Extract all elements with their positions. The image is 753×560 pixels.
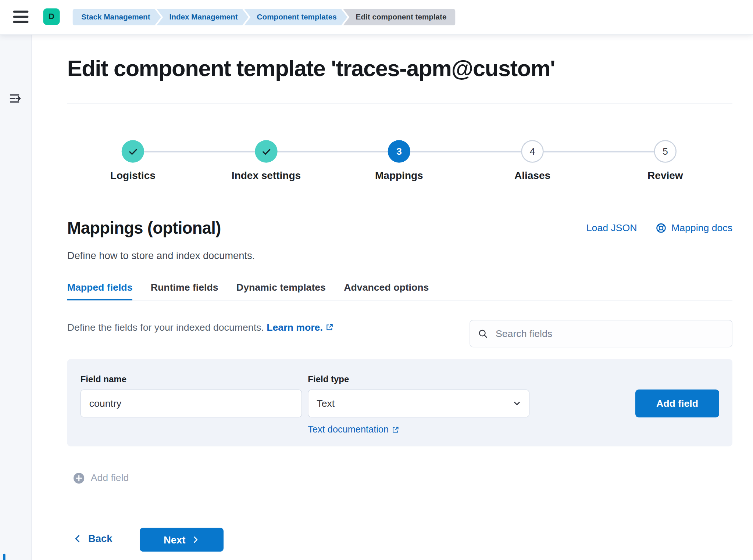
- step-label-review: Review: [611, 169, 719, 181]
- tab-mapped-fields[interactable]: Mapped fields: [67, 281, 133, 300]
- top-header: D Stack Management Index Management Comp…: [0, 0, 753, 34]
- step-circle-aliases[interactable]: 4: [521, 140, 543, 162]
- add-field-panel: Field name Field type Text Text document…: [67, 359, 732, 446]
- mappings-heading: Mappings (optional): [67, 219, 221, 238]
- menu-button[interactable]: [13, 10, 29, 24]
- step-label-aliases: Aliases: [478, 169, 586, 181]
- mappings-header-links: Load JSON Mapping docs: [586, 222, 732, 234]
- step-circle-review[interactable]: 5: [654, 140, 677, 162]
- learn-more-label: Learn more.: [267, 322, 323, 333]
- page-title: Edit component template 'traces-apm@cust…: [67, 55, 555, 81]
- deployment-badge[interactable]: D: [43, 8, 60, 25]
- tab-dynamic-templates[interactable]: Dynamic templates: [236, 281, 326, 300]
- deployment-badge-letter: D: [49, 12, 54, 22]
- app-root: D Stack Management Index Management Comp…: [0, 0, 753, 560]
- breadcrumb-index-management[interactable]: Index Management: [157, 9, 249, 25]
- field-type-select[interactable]: Text: [308, 390, 529, 417]
- external-link-icon: [326, 323, 333, 331]
- load-json-link[interactable]: Load JSON: [586, 222, 637, 234]
- breadcrumb-stack-management[interactable]: Stack Management: [72, 9, 161, 25]
- scrollbar-thumb[interactable]: [3, 554, 6, 560]
- step-aliases: 4 Aliases: [478, 140, 586, 181]
- menu-right-icon: [9, 92, 22, 105]
- step-logistics: Logistics: [79, 140, 187, 181]
- step-circle-mappings[interactable]: 3: [388, 140, 410, 162]
- step-mappings: 3 Mappings: [345, 140, 453, 181]
- step-number: 4: [530, 146, 535, 157]
- step-index-settings: Index settings: [212, 140, 320, 181]
- step-number: 5: [663, 146, 668, 157]
- lifering-docs-icon: [656, 222, 667, 234]
- tab-runtime-fields[interactable]: Runtime fields: [151, 281, 218, 300]
- mappings-tabs: Mapped fields Runtime fields Dynamic tem…: [67, 281, 732, 300]
- step-review: 5 Review: [611, 140, 719, 181]
- add-field-button[interactable]: Add field: [635, 390, 719, 417]
- breadcrumb-component-templates[interactable]: Component templates: [244, 9, 347, 25]
- fields-description-text: Define the fields for your indexed docum…: [67, 322, 264, 333]
- step-label-logistics: Logistics: [79, 169, 187, 181]
- field-type-value: Text: [317, 398, 335, 409]
- field-type-doc-label: Text documentation: [308, 424, 389, 435]
- add-field-row-label: Add field: [91, 472, 129, 484]
- plus-circle-icon: [74, 473, 84, 483]
- step-circle-logistics[interactable]: [122, 140, 144, 162]
- check-icon: [127, 146, 139, 157]
- expand-sidebar-button[interactable]: [8, 91, 22, 106]
- search-icon: [478, 329, 488, 339]
- field-name-input-wrap: [81, 390, 302, 417]
- mappings-subheading: Define how to store and index documents.: [67, 250, 255, 262]
- step-circle-index-settings[interactable]: [255, 140, 277, 162]
- field-name-input[interactable]: [81, 390, 301, 417]
- back-label: Back: [88, 532, 112, 544]
- hamburger-icon: [13, 10, 29, 24]
- step-number: 3: [396, 146, 402, 157]
- mapping-docs-link[interactable]: Mapping docs: [656, 222, 732, 234]
- field-type-doc-link[interactable]: Text documentation: [308, 424, 399, 435]
- search-fields-input[interactable]: [495, 327, 724, 340]
- chevron-right-icon: [191, 535, 200, 544]
- tab-advanced-options[interactable]: Advanced options: [344, 281, 429, 300]
- chevron-left-icon: [73, 534, 82, 543]
- field-type-label: Field type: [308, 374, 349, 385]
- chevron-down-icon: [513, 399, 521, 408]
- load-json-label: Load JSON: [586, 222, 637, 234]
- breadcrumb: Stack Management Index Management Compon…: [72, 9, 455, 25]
- fields-description: Define the fields for your indexed docum…: [67, 322, 334, 333]
- back-button[interactable]: Back: [73, 532, 113, 544]
- breadcrumb-current-page: Edit component template: [343, 9, 456, 25]
- step-progress: Logistics Index settings 3 Mappings 4 Al…: [0, 140, 753, 194]
- external-link-icon: [392, 426, 399, 433]
- add-field-row-button[interactable]: Add field: [74, 472, 129, 484]
- mapping-docs-label: Mapping docs: [671, 222, 732, 234]
- field-name-label: Field name: [81, 374, 126, 385]
- next-button[interactable]: Next: [140, 528, 224, 552]
- step-label-mappings: Mappings: [345, 169, 453, 181]
- step-label-index-settings: Index settings: [212, 169, 320, 181]
- check-icon: [261, 146, 272, 157]
- next-label: Next: [164, 534, 185, 546]
- collapsed-sidebar: [0, 34, 32, 560]
- divider: [67, 103, 732, 103]
- learn-more-link[interactable]: Learn more.: [267, 322, 333, 333]
- search-fields-box: [470, 320, 732, 348]
